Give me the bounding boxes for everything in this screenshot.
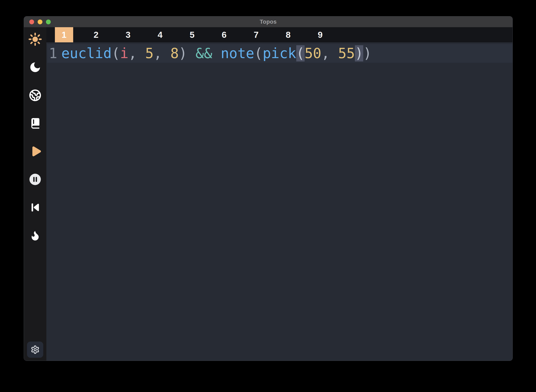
code-token: (: [254, 45, 263, 61]
globe-icon: [29, 89, 41, 102]
sidebar-button-flame[interactable]: [28, 229, 42, 242]
sun-icon: [28, 32, 42, 46]
tab-label: 8: [279, 27, 297, 42]
code-token: 55: [338, 45, 355, 61]
tab-label: 5: [183, 27, 201, 42]
play-icon: [29, 145, 42, 158]
flame-icon: [29, 229, 41, 242]
code-content: euclid(i, 5, 8) && note(pick(50, 55)): [61, 44, 372, 63]
skip-back-icon: [29, 202, 41, 213]
book-icon: [29, 117, 41, 129]
pause-icon: [29, 173, 42, 186]
sidebar: [24, 27, 46, 361]
code-token: pick: [263, 45, 296, 61]
tab-bar: 123456789: [46, 27, 512, 42]
zoom-button[interactable]: [46, 19, 51, 24]
code-token: ,: [129, 45, 145, 61]
bracket-match-token: (: [296, 45, 305, 61]
sidebar-button-skip-back[interactable]: [28, 201, 42, 214]
window-body: 123456789 1 euclid(i, 5, 8) && note(pick…: [24, 27, 512, 361]
window-title: Topos: [260, 19, 277, 25]
sidebar-button-play[interactable]: [28, 145, 42, 158]
tab-3[interactable]: 3: [112, 27, 144, 42]
code-token: ): [363, 45, 372, 61]
tab-label: 9: [311, 27, 329, 42]
title-bar[interactable]: Topos: [24, 16, 512, 27]
tab-label: 3: [119, 27, 137, 42]
tab-7[interactable]: 7: [240, 27, 272, 42]
code-token: ): [179, 45, 196, 61]
code-token: ,: [321, 45, 338, 61]
code-token: euclid: [61, 45, 112, 61]
code-token: 8: [170, 45, 179, 61]
gear-icon: [31, 345, 40, 354]
sidebar-button-sun[interactable]: [28, 32, 42, 46]
code-token: [212, 45, 220, 61]
tab-9[interactable]: 9: [304, 27, 336, 42]
minimize-button[interactable]: [38, 19, 43, 24]
sidebar-button-moon[interactable]: [28, 61, 42, 74]
sidebar-button-book[interactable]: [28, 117, 42, 130]
settings-button[interactable]: [27, 341, 43, 358]
moon-icon: [29, 61, 42, 74]
tab-label: 2: [87, 27, 105, 42]
code-token: 50: [305, 45, 321, 61]
code-token: i: [120, 45, 128, 61]
sidebar-button-globe[interactable]: [28, 89, 42, 102]
code-editor[interactable]: 1 euclid(i, 5, 8) && note(pick(50, 55)): [46, 42, 512, 361]
tab-label: 1: [55, 27, 73, 42]
tab-1[interactable]: 1: [48, 27, 80, 42]
topos-window: Topos 1234: [24, 16, 513, 361]
main-area: 123456789 1 euclid(i, 5, 8) && note(pick…: [46, 27, 512, 361]
tab-2[interactable]: 2: [80, 27, 112, 42]
tab-4[interactable]: 4: [144, 27, 176, 42]
tab-label: 6: [215, 27, 233, 42]
tab-6[interactable]: 6: [208, 27, 240, 42]
code-token: (: [112, 45, 120, 61]
tab-label: 4: [151, 27, 169, 42]
tab-5[interactable]: 5: [176, 27, 208, 42]
code-token: 5: [145, 45, 153, 61]
line-number: 1: [49, 44, 57, 63]
sidebar-button-pause[interactable]: [28, 173, 42, 186]
traffic-lights: [29, 16, 51, 27]
code-token: &&: [196, 45, 212, 61]
active-code-line[interactable]: 1 euclid(i, 5, 8) && note(pick(50, 55)): [47, 44, 512, 63]
code-token: ,: [154, 45, 171, 61]
bracket-match-token: ): [355, 45, 363, 61]
tab-label: 7: [247, 27, 265, 42]
tab-8[interactable]: 8: [272, 27, 304, 42]
close-button[interactable]: [29, 19, 34, 24]
code-token: note: [221, 45, 254, 61]
